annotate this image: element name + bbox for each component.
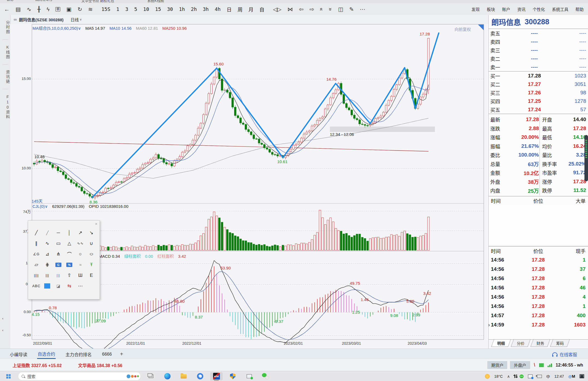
add-tab-button[interactable]: +: [120, 351, 123, 357]
ask-row[interactable]: 卖五--------: [489, 29, 588, 37]
menu-发现[interactable]: 发现: [471, 6, 480, 12]
wave-tool[interactable]: ∿∿: [75, 238, 86, 248]
resistance-lines[interactable]: ≈: [75, 260, 86, 270]
sidebar-tab-K线图[interactable]: K线图: [0, 45, 10, 59]
ask-row[interactable]: 卖一--------: [489, 63, 588, 71]
ask-row[interactable]: 卖二--------: [489, 54, 588, 63]
period-日[interactable]: 日: [227, 6, 232, 13]
taskbar-app-file-explorer[interactable]: [177, 372, 190, 380]
panel-scrollbar[interactable]: [584, 135, 588, 181]
account-button-期货户[interactable]: 期货户: [487, 361, 507, 369]
indicator-value[interactable]: MA组合(5,10,0,0,60,250)∨: [32, 26, 81, 31]
power-icon[interactable]: [537, 375, 542, 378]
panel-tab-分价[interactable]: 分价: [511, 340, 530, 347]
close-icon[interactable]: ×: [95, 221, 97, 226]
arrow-mark[interactable]: ⇧: [64, 270, 75, 280]
eraser-tool[interactable]: ◪: [53, 281, 64, 291]
watchlist-tab-小编导读[interactable]: 小编导读: [9, 350, 28, 359]
clock[interactable]: 12:47: [554, 374, 564, 379]
period-周[interactable]: 周: [238, 6, 243, 13]
online-service-button[interactable]: 在线客服: [552, 351, 577, 358]
ma-indicator-row[interactable]: MA组合(5,10,0,0,60,250)∨MA5 14.97MA10 14.5…: [32, 25, 191, 31]
notification-panel-icon[interactable]: [580, 374, 584, 378]
vertical-line[interactable]: │: [64, 228, 75, 238]
save-icon[interactable]: ▣: [66, 7, 71, 12]
period-1[interactable]: 1: [116, 6, 119, 12]
trade-row[interactable]: 14:5617.2837: [489, 265, 588, 274]
gann-angle[interactable]: ∠G: [31, 249, 42, 259]
time-lines-3[interactable]: |||: [42, 270, 53, 280]
taskbar-app-defender[interactable]: [226, 372, 239, 380]
volume-indicator-row[interactable]: CJL(0)∨629297.06(61:39)OPID 1021838016.0…: [32, 204, 133, 209]
order-marks[interactable]: ⇆: [64, 281, 75, 291]
arc-fan[interactable]: ⌒: [64, 249, 75, 259]
report-icon[interactable]: ▤: [16, 7, 21, 12]
channel-tool[interactable]: ▱: [31, 260, 42, 270]
horizontal-line[interactable]: ─: [53, 228, 64, 238]
trade-row[interactable]: 14:5617.286: [489, 274, 588, 283]
indicator-value[interactable]: MACD 0.34: [99, 254, 120, 259]
menu-账户[interactable]: 账户: [502, 6, 510, 12]
market-grid-icon[interactable]: [539, 363, 544, 367]
wechat-tray-icon[interactable]: [520, 374, 524, 378]
watchlist-tab-6666[interactable]: 6666: [102, 351, 112, 358]
back-icon[interactable]: ←: [4, 7, 10, 12]
trade-row[interactable]: 14:5617.284: [489, 292, 588, 302]
ask-row[interactable]: 卖三--------: [489, 46, 588, 54]
speed-fan[interactable]: ⊿: [42, 249, 53, 259]
menu-板块[interactable]: 板块: [487, 6, 495, 12]
dashed-line[interactable]: ╱: [42, 228, 53, 238]
zigzag-line[interactable]: ∿: [42, 238, 53, 248]
adjust-mode-label[interactable]: 向前复权: [455, 26, 471, 32]
search-highlight-image[interactable]: [127, 374, 139, 378]
fib-retracement[interactable]: %: [64, 260, 75, 270]
search-input[interactable]: 搜索: [18, 372, 141, 380]
trade-row[interactable]: 14:5717.28400: [489, 311, 588, 320]
circle-tool[interactable]: ○: [75, 249, 86, 259]
temperature-label[interactable]: 18°C: [494, 374, 503, 379]
account-button-外盘户[interactable]: 外盘户: [510, 361, 530, 369]
period-5[interactable]: 5: [134, 6, 137, 12]
panel-tab-明细[interactable]: 明细: [491, 340, 511, 347]
taskbar-app-app-window[interactable]: [243, 372, 255, 380]
sidebar-tab-F10资料[interactable]: F10资料: [0, 95, 10, 119]
weather-icon[interactable]: [485, 374, 490, 379]
m-logo-icon[interactable]: @M: [568, 374, 575, 379]
palette-header[interactable]: ×: [28, 221, 100, 227]
watchlist-tab-主力合约排名[interactable]: 主力合约排名: [65, 350, 92, 359]
refresh-icon[interactable]: ↻: [77, 7, 82, 12]
watchlist-tab-自选合约[interactable]: 自选合约: [37, 349, 56, 359]
trades-list[interactable]: 14:5617.28114:5617.283714:5617.28614:561…: [489, 255, 588, 329]
collapse-arrow-icon[interactable]: ‹: [2, 316, 3, 320]
period-3[interactable]: 3: [125, 6, 128, 12]
period-3h[interactable]: 3h: [203, 6, 209, 12]
period-15[interactable]: 15: [155, 6, 161, 12]
comb-tool[interactable]: Ш: [75, 270, 86, 280]
trade-row[interactable]: 14:5617.2846: [489, 283, 588, 292]
macd-indicator-row[interactable]: MACD 0.34绿柱面积0.00红柱面积3.42: [99, 253, 190, 259]
index-quote[interactable]: 上证指数 3327.65 +15.02: [13, 363, 62, 368]
period-4h[interactable]: 4h: [215, 6, 221, 12]
order-icon[interactable]: 单: [55, 7, 60, 11]
candlestick-icon[interactable]: ╂: [37, 7, 41, 12]
kline-chart-svg[interactable]: [10, 24, 488, 349]
ellipse-tool[interactable]: ○: [86, 249, 97, 259]
menu-个性化[interactable]: 个性化: [533, 6, 545, 12]
bid-row[interactable]: 买一17.281023: [489, 71, 588, 80]
minute-line-icon[interactable]: ∿: [27, 7, 31, 12]
time-lines-4[interactable]: ||||: [31, 270, 42, 280]
menu-资讯[interactable]: 资讯: [517, 6, 526, 12]
panel-tab-筹码[interactable]: 筹码: [550, 340, 570, 347]
bid-row[interactable]: 买四17.251278: [489, 97, 588, 105]
period-1h[interactable]: 1h: [179, 6, 185, 12]
start-button[interactable]: [4, 372, 13, 380]
period-2h[interactable]: 2h: [191, 6, 197, 12]
menu-帮助[interactable]: 帮助: [575, 6, 584, 12]
gann-grid[interactable]: G: [53, 260, 64, 270]
bid-row[interactable]: 买五17.2457: [489, 105, 588, 114]
trade-row[interactable]: 14:5617.281: [489, 255, 588, 265]
chevron-down-icon[interactable]: ∨: [80, 18, 82, 21]
chart-area[interactable]: MA组合(5,10,0,0,60,250)∨MA5 14.97MA10 14.5…: [10, 24, 488, 349]
taskbar-app-task-view[interactable]: [145, 372, 157, 380]
fib-extension[interactable]: Ŧ: [86, 260, 97, 270]
